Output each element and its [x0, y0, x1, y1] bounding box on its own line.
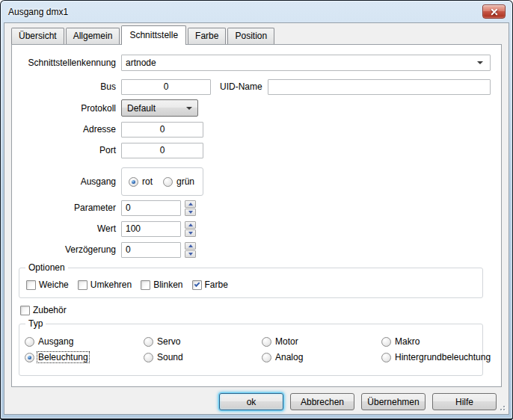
spin-down-button[interactable] [185, 250, 196, 258]
radio-servo[interactable]: Servo [144, 336, 262, 347]
tab-uebersicht[interactable]: Übersicht [11, 28, 64, 44]
radio-dot [132, 180, 135, 184]
radio-button[interactable] [262, 337, 271, 347]
checkbox-blinken[interactable]: Blinken [141, 280, 182, 290]
tab-allgemein[interactable]: Allgemein [66, 28, 120, 44]
optionen-checkbox-row: Weiche Umkehren Blinken Farbe [19, 268, 482, 290]
window-title: Ausgang dmx1 [8, 7, 68, 17]
protokoll-dropdown[interactable]: Default [121, 99, 198, 117]
typ-group: Typ Ausgang Servo Motor [19, 324, 483, 376]
tab-position[interactable]: Position [227, 28, 274, 44]
spin-down-icon [188, 253, 193, 256]
spin-up-button[interactable] [185, 200, 196, 208]
verzoegerung-stepper [185, 242, 196, 258]
adresse-input[interactable] [121, 122, 203, 138]
tab-farbe[interactable]: Farbe [188, 28, 226, 44]
spin-down-button[interactable] [185, 209, 196, 216]
parameter-label: Parameter [12, 203, 116, 213]
parameter-input[interactable] [121, 200, 181, 216]
chevron-down-icon[interactable] [477, 61, 483, 64]
radio-motor[interactable]: Motor [262, 336, 381, 347]
uid-name-input[interactable] [268, 79, 491, 95]
titlebar[interactable]: Ausgang dmx1 [1, 1, 512, 22]
form-row-schnittstellenkennung: Schnittstellenkennung [12, 55, 491, 71]
radio-button[interactable] [25, 353, 34, 362]
schnittstellenkennung-combobox[interactable] [121, 55, 491, 71]
radio-sound[interactable]: Sound [144, 352, 262, 362]
checkbox-box[interactable] [141, 280, 150, 290]
radio-dot [28, 356, 31, 359]
tab-schnittstelle[interactable]: Schnittstelle [121, 25, 186, 45]
dialog-client-area: Übersicht Allgemein Schnittstelle Farbe … [4, 22, 509, 415]
checkbox-zubehoer[interactable]: Zubehör [20, 305, 491, 315]
port-label: Port [12, 145, 116, 155]
spin-down-icon [188, 211, 193, 214]
resize-grip[interactable] [498, 404, 506, 411]
form-row-ausgang: Ausgang rot grün [12, 167, 491, 196]
radio-button[interactable] [144, 337, 153, 347]
radio-button[interactable] [381, 337, 391, 347]
checkbox-umkehren[interactable]: Umkehren [78, 280, 132, 290]
radio-button[interactable] [262, 353, 271, 362]
close-icon [483, 5, 505, 18]
radio-hintergrundbeleuchtung[interactable]: Hintergrundbeleuchtung [381, 352, 491, 362]
radio-gruen[interactable]: grün [163, 176, 195, 187]
checkbox-weiche[interactable]: Weiche [26, 280, 69, 290]
checkbox-box[interactable] [20, 306, 30, 315]
wert-input[interactable] [121, 221, 181, 237]
typ-radio-grid: Ausgang Servo Motor Makro [19, 324, 482, 362]
form-row-verzoegerung: Verzögerung [12, 241, 491, 258]
radio-button[interactable] [144, 353, 153, 362]
ok-button[interactable]: ok [219, 393, 283, 410]
uebernehmen-button[interactable]: Übernehmen [361, 393, 426, 410]
radio-rot[interactable]: rot [129, 176, 153, 187]
radio-button[interactable] [129, 177, 138, 187]
verzoegerung-label: Verzögerung [12, 244, 116, 255]
form-row-adresse: Adresse [12, 121, 491, 138]
form-row-bus: Bus UID-Name [12, 78, 491, 95]
checkbox-box[interactable] [192, 280, 202, 290]
schnittstellenkennung-label: Schnittstellenkennung [12, 58, 116, 68]
radio-beleuchtung[interactable]: Beleuchtung [25, 352, 144, 362]
form-row-wert: Wert [12, 220, 491, 237]
abbrechen-button[interactable]: Abbrechen [290, 393, 354, 410]
radio-button[interactable] [163, 177, 173, 187]
spin-down-icon [188, 232, 193, 235]
ausgang-label: Ausgang [12, 176, 116, 187]
radio-button[interactable] [381, 353, 391, 362]
port-input[interactable] [121, 143, 203, 158]
checkbox-box[interactable] [78, 280, 87, 290]
checkbox-box[interactable] [26, 280, 36, 290]
tab-page-schnittstelle: Schnittstellenkennung Bus UID-Name Proto… [11, 44, 502, 387]
schnittstellenkennung-input[interactable] [122, 56, 477, 70]
hilfe-button[interactable]: Hilfe [432, 393, 497, 410]
radio-button[interactable] [25, 337, 34, 347]
form-row-parameter: Parameter [12, 200, 491, 216]
bus-label: Bus [12, 81, 116, 92]
wert-label: Wert [12, 223, 116, 234]
protokoll-label: Protokoll [12, 103, 116, 114]
spin-up-button[interactable] [185, 221, 196, 229]
spin-down-button[interactable] [185, 229, 196, 237]
checkmark-icon [194, 281, 200, 287]
spin-up-icon [188, 203, 193, 206]
optionen-legend: Optionen [25, 262, 68, 273]
typ-legend: Typ [25, 318, 46, 329]
radio-analog[interactable]: Analog [262, 352, 381, 362]
dialog-button-row: ok Abbrechen Übernehmen Hilfe [219, 393, 497, 410]
form-row-port: Port [12, 142, 491, 158]
tab-bar: Übersicht Allgemein Schnittstelle Farbe … [4, 23, 509, 44]
protokoll-selected-value: Default [127, 103, 186, 114]
verzoegerung-input[interactable] [121, 242, 181, 258]
spin-up-icon [188, 244, 193, 247]
parameter-stepper [185, 200, 196, 216]
radio-ausgang[interactable]: Ausgang [25, 336, 144, 347]
dialog-window: Ausgang dmx1 Übersicht Allgemein Schnitt… [0, 0, 513, 420]
checkbox-farbe[interactable]: Farbe [192, 280, 228, 290]
wert-stepper [185, 221, 196, 237]
radio-makro[interactable]: Makro [381, 336, 491, 347]
zubehoer-row: Zubehör [20, 305, 491, 315]
spin-up-button[interactable] [185, 242, 196, 250]
bus-input[interactable] [121, 79, 211, 95]
close-button[interactable] [482, 4, 506, 19]
